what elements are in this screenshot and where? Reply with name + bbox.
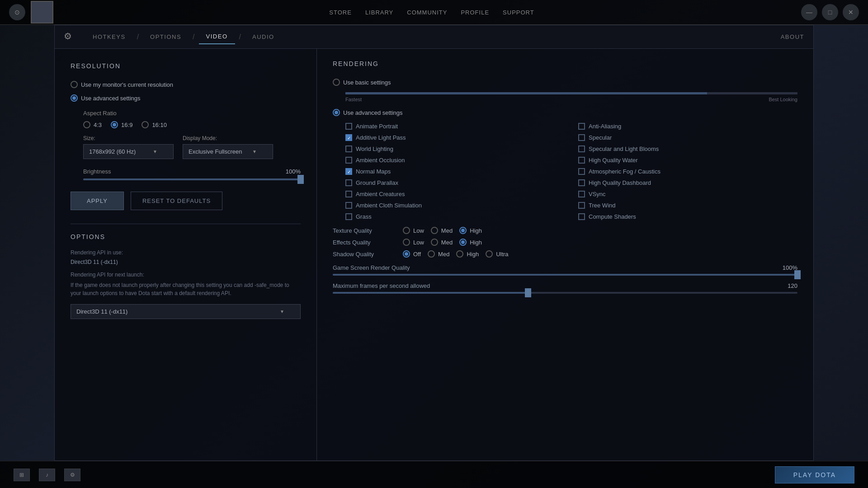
nav-profile[interactable]: PROFILE xyxy=(461,9,489,16)
checkbox-tree-wind-input[interactable] xyxy=(578,202,585,209)
play-dota-button[interactable]: PLAY DOTA xyxy=(775,466,854,483)
texture-low[interactable]: Low xyxy=(403,227,424,234)
user-avatar[interactable] xyxy=(31,1,53,23)
checkbox-world-lighting[interactable]: World Lighting xyxy=(345,145,565,152)
close-icon[interactable]: ✕ xyxy=(843,4,859,20)
checkbox-compute-shaders-input[interactable] xyxy=(578,213,585,220)
tab-hotkeys[interactable]: HOTKEYS xyxy=(85,30,133,44)
effects-high[interactable]: High xyxy=(459,239,482,246)
checkbox-high-quality-dashboard-input[interactable] xyxy=(578,179,585,186)
checkbox-high-quality-dashboard[interactable]: High Quality Dashboard xyxy=(578,179,797,186)
effects-med[interactable]: Med xyxy=(431,239,453,246)
nav-store[interactable]: STORE xyxy=(329,9,352,16)
aspect-radio-16-9[interactable] xyxy=(111,121,118,128)
rendering-api-dropdown[interactable]: Direct3D 11 (-dx11) ▼ xyxy=(71,304,301,319)
basic-settings-option[interactable]: Use basic settings xyxy=(333,79,391,86)
reset-button[interactable]: RESET TO DEFAULTS xyxy=(131,192,222,210)
checkbox-ground-parallax-input[interactable] xyxy=(345,179,352,186)
checkbox-anti-aliasing-input[interactable] xyxy=(578,123,585,130)
resolution-option2[interactable]: Use advanced settings xyxy=(71,94,141,102)
texture-med-radio[interactable] xyxy=(431,227,438,234)
display-mode-dropdown[interactable]: Exclusive Fullscreen ▼ xyxy=(183,144,273,159)
quality-slider-track[interactable] xyxy=(345,92,797,94)
checkbox-additive-light-input[interactable] xyxy=(345,134,352,141)
resolution-option1[interactable]: Use my monitor's current resolution xyxy=(71,81,173,88)
shadow-med-radio[interactable] xyxy=(428,250,435,258)
checkbox-specular-input[interactable] xyxy=(578,134,585,141)
effects-low[interactable]: Low xyxy=(403,239,424,246)
checkbox-ambient-cloth[interactable]: Ambient Cloth Simulation xyxy=(345,202,565,209)
maximize-icon[interactable]: □ xyxy=(822,4,838,20)
checkbox-normal-maps[interactable]: Normal Maps xyxy=(345,168,565,175)
shadow-off-radio[interactable] xyxy=(403,250,410,258)
bottom-icon-1[interactable]: ⊞ xyxy=(14,469,30,481)
effects-high-radio[interactable] xyxy=(459,239,467,246)
checkbox-world-lighting-input[interactable] xyxy=(345,145,352,152)
brightness-thumb[interactable] xyxy=(297,175,304,184)
basic-settings-radio[interactable] xyxy=(333,79,340,86)
advanced-settings-radio[interactable] xyxy=(333,109,340,116)
checkbox-high-quality-water-input[interactable] xyxy=(578,157,585,164)
minimize-icon[interactable]: — xyxy=(801,4,817,20)
checkbox-tree-wind[interactable]: Tree Wind xyxy=(578,202,797,209)
checkbox-ambient-creatures-input[interactable] xyxy=(345,191,352,197)
aspect-ratio-16-10[interactable]: 16:10 xyxy=(142,121,167,128)
aspect-radio-16-10[interactable] xyxy=(142,121,149,128)
shadow-ultra[interactable]: Ultra xyxy=(486,250,508,258)
game-screen-render-thumb[interactable] xyxy=(794,270,801,279)
bottom-icon-2[interactable]: ♪ xyxy=(39,469,55,481)
steam-icon[interactable]: ⊙ xyxy=(9,4,25,20)
checkbox-vsync-input[interactable] xyxy=(578,191,585,197)
tab-video[interactable]: VIDEO xyxy=(199,29,235,44)
aspect-ratio-16-9[interactable]: 16:9 xyxy=(111,121,132,128)
checkbox-grass-input[interactable] xyxy=(345,213,352,220)
checkbox-ambient-occlusion[interactable]: Ambient Occlusion xyxy=(345,157,565,164)
shadow-high[interactable]: High xyxy=(456,250,479,258)
checkbox-specular-blooms-input[interactable] xyxy=(578,145,585,152)
checkbox-animate-portrait[interactable]: Animate Portrait xyxy=(345,123,565,130)
shadow-high-radio[interactable] xyxy=(456,250,463,258)
bottom-icon-3[interactable]: ⚙ xyxy=(64,469,80,481)
texture-low-radio[interactable] xyxy=(403,227,410,234)
nav-about[interactable]: ABOUT xyxy=(781,33,804,40)
shadow-med[interactable]: Med xyxy=(428,250,449,258)
checkbox-atmospheric-fog-input[interactable] xyxy=(578,168,585,175)
apply-button[interactable]: APPLY xyxy=(71,192,124,210)
game-screen-render-track[interactable] xyxy=(333,274,797,276)
checkbox-specular-blooms[interactable]: Specular and Light Blooms xyxy=(578,145,797,152)
checkbox-specular[interactable]: Specular xyxy=(578,134,797,141)
aspect-ratio-4-3[interactable]: 4:3 xyxy=(83,121,102,128)
checkbox-ambient-creatures[interactable]: Ambient Creatures xyxy=(345,191,565,197)
effects-med-radio[interactable] xyxy=(431,239,438,246)
checkbox-anti-aliasing[interactable]: Anti-Aliasing xyxy=(578,123,797,130)
checkbox-additive-light[interactable]: Additive Light Pass xyxy=(345,134,565,141)
advanced-settings-option[interactable]: Use advanced settings xyxy=(333,109,403,116)
effects-low-radio[interactable] xyxy=(403,239,410,246)
aspect-radio-4-3[interactable] xyxy=(83,121,90,128)
nav-support[interactable]: SUPPORT xyxy=(503,9,534,16)
checkbox-atmospheric-fog[interactable]: Atmospheric Fog / Caustics xyxy=(578,168,797,175)
nav-community[interactable]: COMMUNITY xyxy=(407,9,447,16)
checkbox-high-quality-water[interactable]: High Quality Water xyxy=(578,157,797,164)
checkbox-ground-parallax[interactable]: Ground Parallax xyxy=(345,179,565,186)
brightness-track[interactable] xyxy=(83,178,301,180)
resolution-radio-1[interactable] xyxy=(71,81,78,88)
size-dropdown[interactable]: 1768x992 (60 Hz) ▼ xyxy=(83,144,174,159)
tab-options[interactable]: OPTIONS xyxy=(143,30,189,44)
checkbox-grass[interactable]: Grass xyxy=(345,213,565,220)
nav-library[interactable]: LIBRARY xyxy=(365,9,393,16)
texture-high-radio[interactable] xyxy=(459,227,467,234)
checkbox-animate-portrait-input[interactable] xyxy=(345,123,352,130)
shadow-ultra-radio[interactable] xyxy=(486,250,493,258)
checkbox-vsync[interactable]: VSync xyxy=(578,191,797,197)
checkbox-normal-maps-input[interactable] xyxy=(345,168,352,175)
shadow-off[interactable]: Off xyxy=(403,250,421,258)
max-frames-track[interactable] xyxy=(333,292,797,294)
checkbox-compute-shaders[interactable]: Compute Shaders xyxy=(578,213,797,220)
texture-med[interactable]: Med xyxy=(431,227,453,234)
tab-audio[interactable]: AUDIO xyxy=(245,30,282,44)
checkbox-ambient-cloth-input[interactable] xyxy=(345,202,352,209)
checkbox-ambient-occlusion-input[interactable] xyxy=(345,157,352,164)
texture-high[interactable]: High xyxy=(459,227,482,234)
max-frames-thumb[interactable] xyxy=(525,288,531,297)
